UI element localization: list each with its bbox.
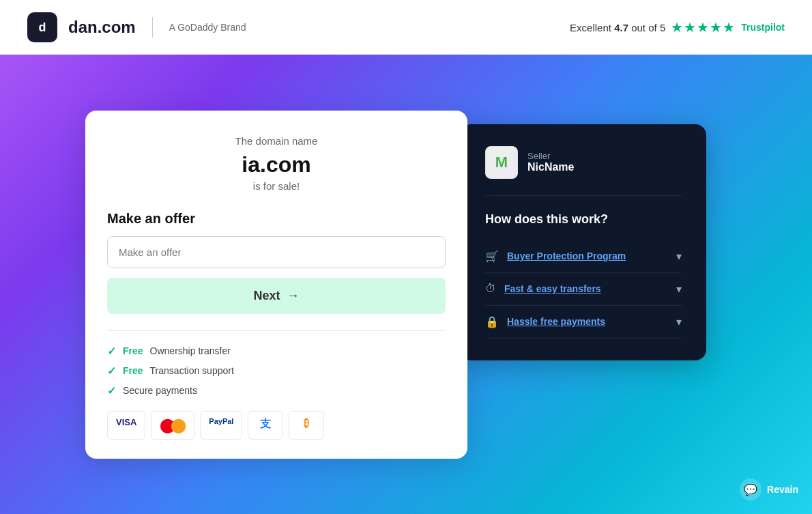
godaddy-label: A GoDaddy Brand [169, 22, 246, 33]
paypal-badge: PayPal [200, 411, 242, 440]
seller-avatar: M [485, 146, 518, 179]
trustpilot-stars: ★★★★★ [671, 19, 736, 35]
accordion-left: ⏱ Fast & easy transfers [485, 283, 601, 295]
accordion-fast-transfers[interactable]: ⏱ Fast & easy transfers ▾ [485, 273, 682, 306]
next-button[interactable]: Next → [107, 278, 446, 314]
list-item: ✓ Free Transaction support [107, 365, 446, 377]
trustpilot-area: Excellent 4.7 out of 5 ★★★★★ Trustpilot [570, 19, 785, 35]
chevron-down-icon: ▾ [676, 315, 682, 328]
right-card-divider [485, 195, 682, 196]
site-header: d dan.com A GoDaddy Brand Excellent 4.7 … [0, 0, 812, 55]
accordion-buyer-protection[interactable]: 🛒 Buyer Protection Program ▾ [485, 240, 682, 273]
seller-type-label: Seller [527, 151, 574, 161]
check-icon: ✓ [107, 365, 116, 377]
payment-icons: VISA ⬤⬤ PayPal 支 ₿ [107, 411, 446, 440]
chevron-down-icon: ▾ [676, 283, 682, 296]
lock-icon: 🔒 [485, 315, 499, 328]
offer-section-label: Make an offer [107, 211, 446, 227]
cards-container: The domain name ia.com is for sale! Make… [85, 111, 727, 459]
chevron-down-icon: ▾ [676, 250, 682, 263]
feature-text: Secure payments [123, 385, 197, 396]
seller-name: NicName [527, 161, 574, 173]
feature-text: Ownership transfer [150, 345, 231, 356]
how-title: How does this work? [485, 212, 682, 227]
revain-badge: 💬 Revain [740, 479, 798, 500]
seller-info: Seller NicName [527, 151, 574, 173]
list-item: ✓ Free Ownership transfer [107, 345, 446, 358]
arrow-right-icon: → [287, 289, 300, 303]
domain-label: The domain name [107, 135, 446, 147]
accordion-left: 🔒 Hassle free payments [485, 315, 605, 328]
alipay-badge: 支 [248, 411, 283, 440]
clock-icon: ⏱ [485, 283, 496, 295]
logo-area: d dan.com A GoDaddy Brand [27, 12, 246, 42]
offer-input[interactable] [107, 236, 446, 268]
check-icon: ✓ [107, 345, 116, 358]
logo-text: dan.com [68, 18, 136, 37]
feature-text: Transaction support [150, 365, 234, 376]
features-list: ✓ Free Ownership transfer ✓ Free Transac… [107, 345, 446, 397]
bitcoin-badge: ₿ [289, 411, 324, 440]
domain-name: ia.com [107, 152, 446, 177]
trustpilot-score-text: Excellent 4.7 out of 5 [570, 22, 665, 33]
seller-info-card: M Seller NicName How does this work? 🛒 B… [461, 124, 706, 360]
free-label: Free [123, 365, 143, 376]
dan-logo-icon: d [27, 12, 57, 42]
revain-label: Revain [767, 484, 798, 495]
domain-offer-card: The domain name ia.com is for sale! Make… [85, 111, 467, 459]
cart-icon: 🛒 [485, 250, 499, 263]
mastercard-badge: ⬤⬤ [151, 411, 194, 440]
card-divider [107, 330, 446, 331]
hassle-free-label: Hassle free payments [507, 316, 605, 327]
trustpilot-logo: Trustpilot [741, 22, 785, 33]
visa-badge: VISA [107, 411, 145, 440]
domain-forsale: is for sale! [107, 180, 446, 192]
accordion-hassle-free-payments[interactable]: 🔒 Hassle free payments ▾ [485, 306, 682, 339]
fast-transfers-label: Fast & easy transfers [504, 283, 601, 294]
list-item: ✓ Secure payments [107, 384, 446, 397]
check-icon: ✓ [107, 384, 116, 397]
accordion-left: 🛒 Buyer Protection Program [485, 250, 626, 263]
buyer-protection-label: Buyer Protection Program [507, 251, 626, 261]
revain-icon: 💬 [740, 479, 762, 500]
seller-row: M Seller NicName [485, 146, 682, 179]
free-label: Free [123, 345, 143, 356]
main-background: The domain name ia.com is for sale! Make… [0, 55, 812, 514]
logo-divider [152, 17, 153, 38]
